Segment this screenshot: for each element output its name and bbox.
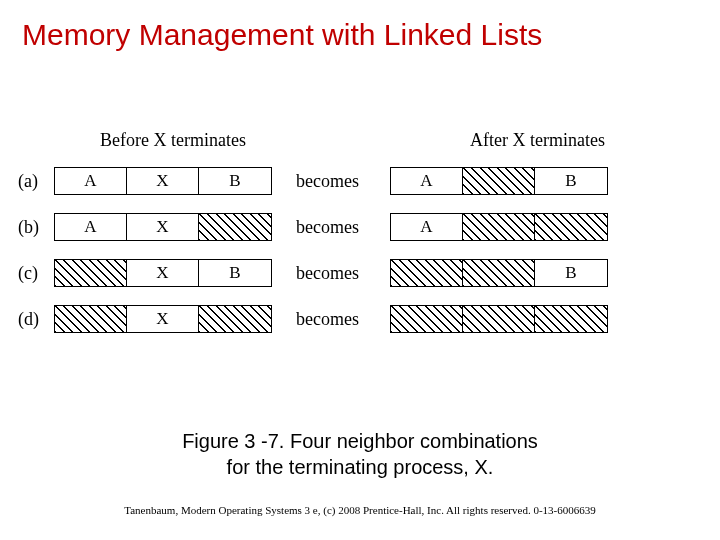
process-cell: X xyxy=(127,306,199,332)
hole-cell xyxy=(55,306,127,332)
row-label: (d) xyxy=(18,309,54,330)
diagram-row: (d)Xbecomes xyxy=(18,296,608,342)
row-label: (c) xyxy=(18,263,54,284)
figure-caption: Figure 3 -7. Four neighbor combinations … xyxy=(0,428,720,480)
hole-cell xyxy=(535,214,607,240)
process-cell: A xyxy=(391,168,463,194)
hole-cell xyxy=(199,306,271,332)
process-cell: X xyxy=(127,260,199,286)
after-strip xyxy=(390,305,608,333)
hole-cell xyxy=(463,260,535,286)
row-label: (a) xyxy=(18,171,54,192)
header-after: After X terminates xyxy=(470,130,605,151)
before-strip: AX xyxy=(54,213,272,241)
before-strip: XB xyxy=(54,259,272,287)
becomes-label: becomes xyxy=(272,217,390,238)
process-cell: X xyxy=(127,168,199,194)
after-strip: B xyxy=(390,259,608,287)
diagram-rows: (a)AXBbecomesAB(b)AXbecomesA(c)XBbecomes… xyxy=(18,158,608,342)
becomes-label: becomes xyxy=(272,263,390,284)
hole-cell xyxy=(199,214,271,240)
becomes-label: becomes xyxy=(272,309,390,330)
process-cell: B xyxy=(535,260,607,286)
hole-cell xyxy=(463,214,535,240)
process-cell: A xyxy=(55,214,127,240)
hole-cell xyxy=(535,306,607,332)
process-cell: A xyxy=(55,168,127,194)
caption-line-1: Figure 3 -7. Four neighbor combinations xyxy=(182,430,538,452)
process-cell: A xyxy=(391,214,463,240)
diagram-row: (b)AXbecomesA xyxy=(18,204,608,250)
after-strip: AB xyxy=(390,167,608,195)
hole-cell xyxy=(463,168,535,194)
process-cell: B xyxy=(535,168,607,194)
diagram-row: (c)XBbecomesB xyxy=(18,250,608,296)
process-cell: B xyxy=(199,260,271,286)
after-strip: A xyxy=(390,213,608,241)
page-title: Memory Management with Linked Lists xyxy=(0,0,720,52)
caption-line-2: for the terminating process, X. xyxy=(227,456,494,478)
becomes-label: becomes xyxy=(272,171,390,192)
before-strip: AXB xyxy=(54,167,272,195)
hole-cell xyxy=(391,306,463,332)
before-strip: X xyxy=(54,305,272,333)
hole-cell xyxy=(463,306,535,332)
hole-cell xyxy=(391,260,463,286)
header-before: Before X terminates xyxy=(100,130,246,151)
hole-cell xyxy=(55,260,127,286)
diagram-row: (a)AXBbecomesAB xyxy=(18,158,608,204)
process-cell: X xyxy=(127,214,199,240)
row-label: (b) xyxy=(18,217,54,238)
process-cell: B xyxy=(199,168,271,194)
copyright-footer: Tanenbaum, Modern Operating Systems 3 e,… xyxy=(0,504,720,516)
